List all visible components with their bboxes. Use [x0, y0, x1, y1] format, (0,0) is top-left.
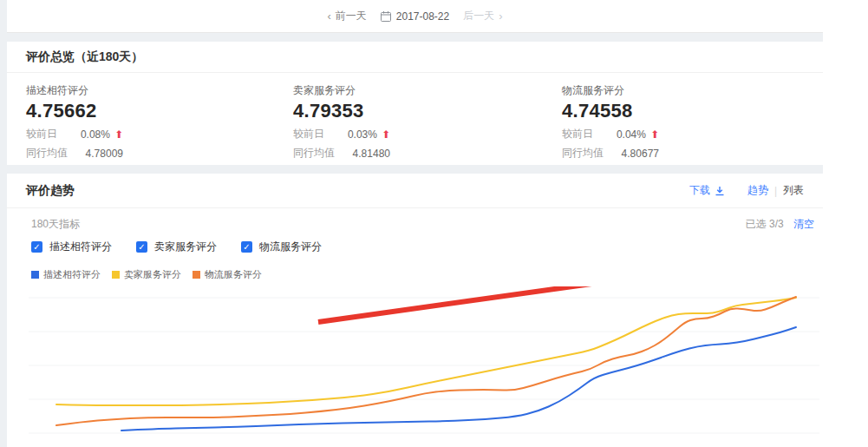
peer-value: 4.81480	[347, 148, 390, 160]
up-arrow-icon: ⬆	[382, 128, 390, 141]
legend-label: 描述相符评分	[43, 268, 101, 281]
checkbox-checked-icon: ✓	[136, 241, 147, 253]
trend-title: 评价趋势	[26, 183, 75, 199]
legend-swatch-yellow	[112, 271, 120, 279]
toggle-divider: |	[774, 185, 777, 197]
next-day-label: 后一天	[463, 9, 494, 23]
metric-value: 4.79353	[293, 100, 562, 122]
prev-day-label: 前一天	[336, 9, 367, 23]
checkbox-seller-score[interactable]: ✓ 卖家服务评分	[136, 240, 217, 254]
metric-peer-row: 同行均值 4.78009	[26, 146, 123, 161]
chart-legend: 描述相符评分 卖家服务评分 物流服务评分	[31, 268, 814, 281]
chevron-right-icon: ›	[499, 10, 502, 23]
date-picker[interactable]: 2017-08-22	[381, 10, 449, 23]
selected-count: 已选 3/3	[746, 218, 784, 230]
compare-label: 较前日	[26, 127, 80, 141]
metric-seller-score: 卖家服务评分 4.79353 较前日 0.03% ⬆ 同行均值 4.81480	[293, 83, 562, 161]
checkbox-label: 描述相符评分	[49, 240, 112, 254]
view-toggle: 趋势 | 列表	[747, 183, 804, 198]
legend-label: 物流服务评分	[205, 268, 262, 281]
content-column: ‹ 前一天 2017-08-22 后一天 ›	[0, 0, 823, 447]
trend-body: 180天指标 已选 3/3 清空 ✓ 描述相符评分 ✓ 卖家服务评分	[7, 208, 823, 281]
checkbox-desc-score[interactable]: ✓ 描述相符评分	[31, 240, 112, 254]
peer-label: 同行均值	[293, 146, 347, 161]
date-nav: ‹ 前一天 2017-08-22 后一天 ›	[323, 9, 506, 23]
metric-value: 4.74558	[562, 100, 659, 122]
clear-selection-button[interactable]: 清空	[793, 218, 814, 230]
overview-card-header: 评价总览（近180天）	[7, 42, 823, 73]
metric-checkbox-row: ✓ 描述相符评分 ✓ 卖家服务评分 ✓ 物流服务评分	[31, 240, 814, 254]
checkbox-label: 卖家服务评分	[154, 240, 217, 254]
compare-value: 0.08%	[80, 128, 110, 141]
tab-list-view[interactable]: 列表	[783, 183, 804, 198]
calendar-icon	[381, 11, 391, 22]
metrics-row: 描述相符评分 4.75662 较前日 0.08% ⬆ 同行均值 4.78009 …	[7, 73, 823, 161]
metric-label: 卖家服务评分	[293, 83, 562, 98]
overview-card: 评价总览（近180天） 描述相符评分 4.75662 较前日 0.08% ⬆ 同…	[7, 42, 823, 165]
metric-peer-row: 同行均值 4.81480	[293, 146, 390, 161]
chevron-left-icon: ‹	[327, 10, 330, 23]
peer-value: 4.78009	[80, 148, 123, 160]
selection-info: 已选 3/3 清空	[746, 217, 814, 232]
legend-label: 卖家服务评分	[124, 268, 181, 281]
trend-card-header: 评价趋势 下载 趋势 | 列表	[7, 174, 823, 208]
metric-desc-score: 描述相符评分 4.75662 较前日 0.08% ⬆ 同行均值 4.78009	[26, 83, 293, 161]
metric-label: 描述相符评分	[26, 83, 293, 98]
metric-label: 物流服务评分	[562, 83, 659, 98]
metric-compare-row: 较前日 0.08% ⬆	[26, 127, 123, 141]
download-label: 下载	[689, 183, 710, 198]
up-arrow-icon: ⬆	[650, 128, 659, 141]
checkbox-label: 物流服务评分	[259, 240, 322, 254]
peer-value: 4.80677	[616, 148, 659, 160]
tab-trend-view[interactable]: 趋势	[747, 183, 768, 198]
up-arrow-icon: ⬆	[114, 128, 123, 141]
filter-row: 180天指标 已选 3/3 清空	[31, 217, 814, 232]
metric-compare-row: 较前日 0.04% ⬆	[562, 127, 659, 141]
legend-swatch-orange	[193, 271, 200, 279]
legend-item-desc: 描述相符评分	[31, 268, 101, 281]
checkbox-checked-icon: ✓	[241, 241, 252, 253]
annotation-arrow	[318, 286, 691, 322]
metric-logistics-score: 物流服务评分 4.74558 较前日 0.04% ⬆ 同行均值 4.80677	[562, 83, 659, 161]
legend-item-logistics: 物流服务评分	[193, 268, 262, 281]
legend-item-seller: 卖家服务评分	[112, 268, 181, 281]
compare-value: 0.03%	[347, 128, 377, 141]
trend-actions: 下载 趋势 | 列表	[689, 183, 804, 198]
checkbox-checked-icon: ✓	[31, 241, 42, 253]
compare-label: 较前日	[562, 127, 616, 141]
peer-label: 同行均值	[26, 146, 80, 161]
peer-label: 同行均值	[562, 146, 616, 161]
download-icon	[715, 186, 725, 196]
compare-label: 较前日	[293, 127, 347, 141]
legend-swatch-blue	[31, 271, 39, 279]
prev-day-button[interactable]: ‹ 前一天	[323, 9, 366, 23]
current-date: 2017-08-22	[396, 10, 449, 23]
metric-peer-row: 同行均值 4.80677	[562, 146, 659, 161]
period-label: 180天指标	[31, 217, 80, 232]
next-day-button[interactable]: 后一天 ›	[463, 9, 506, 23]
metric-value: 4.75662	[26, 100, 293, 122]
compare-value: 0.04%	[616, 128, 646, 141]
page: ‹ 前一天 2017-08-22 后一天 ›	[0, 0, 868, 447]
download-button[interactable]: 下载	[689, 183, 725, 198]
checkbox-logistics-score[interactable]: ✓ 物流服务评分	[241, 240, 322, 254]
metric-compare-row: 较前日 0.03% ⬆	[293, 127, 390, 141]
overview-title: 评价总览（近180天）	[26, 49, 143, 65]
date-nav-bar: ‹ 前一天 2017-08-22 后一天 ›	[7, 0, 823, 33]
trend-line-chart[interactable]	[0, 286, 823, 447]
